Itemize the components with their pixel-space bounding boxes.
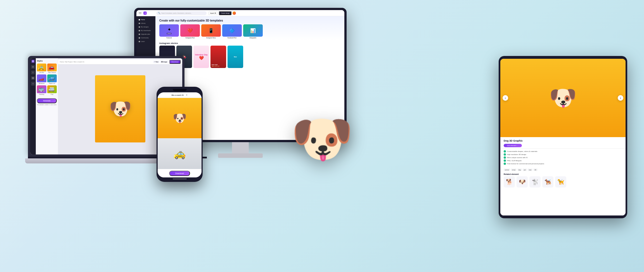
tablet-character-emoji: 🐶 <box>549 85 577 111</box>
feature-text-1: Customizable shapes, colors & materials <box>507 151 537 152</box>
nav-item-library[interactable]: Library <box>138 22 154 25</box>
phone-close-icon[interactable]: ✕ <box>186 94 188 96</box>
svg-point-1 <box>32 66 34 68</box>
logo-area: ✦ pixcap <box>139 11 155 15</box>
template-card-facebook[interactable]: 🔷 Facebook Post <box>222 24 242 39</box>
feature-text-4: PNG, GLB filetypes <box>507 160 522 161</box>
phone-content: Mix-n-match 01 ✕ 🐶 🚕 Download <box>158 92 202 177</box>
related-item-3[interactable]: 🐩 <box>529 176 541 187</box>
generate-button[interactable]: Generate <box>37 98 57 103</box>
style-thumb-clay: 🚐 <box>47 85 57 93</box>
download-button[interactable]: Download <box>169 60 181 64</box>
editor-sidebar-text[interactable]: T <box>31 71 35 74</box>
nav-item-community[interactable]: Community <box>138 36 154 39</box>
styles-panel-title: Styles <box>37 60 57 62</box>
logo-text: pixcap <box>148 12 155 14</box>
nav-item-my-downloads[interactable]: My downloads <box>138 29 154 32</box>
search-bar[interactable]: 🔍 Search templates, packs, illustrations… <box>156 11 207 15</box>
text-mode-button[interactable]: ⊤ Text <box>153 61 159 63</box>
phone-toolbar: Mix-n-match 01 ✕ <box>158 92 202 98</box>
related-item-2[interactable]: 🐶 <box>517 176 528 187</box>
style-item-new-texture[interactable]: 🚗 New Texture <box>47 64 57 74</box>
style-label-painting: Painting <box>37 93 46 95</box>
tag-animal[interactable]: animal <box>504 168 510 171</box>
image-mode-button[interactable]: 🖼 Image <box>160 61 168 63</box>
style-thumb-lifelike: 🚕 <box>37 64 46 71</box>
template-card-instagram-post[interactable]: ❤️ Instagram Post <box>180 24 200 39</box>
style-item-lifelike[interactable]: 🚕 Life-like <box>37 64 46 74</box>
detail-header: Dog 3D Graphic Edit element → <box>500 137 626 149</box>
related-emoji-4: 🐕‍🦺 <box>544 179 551 185</box>
phone-title: Mix-n-match 01 <box>172 94 184 96</box>
related-item-5[interactable]: 🦮 <box>555 176 566 187</box>
editor-sidebar-elements[interactable] <box>31 65 35 69</box>
instagram-post-label: Instagram Post <box>180 37 200 39</box>
tablet-nav-next[interactable]: › <box>618 95 623 101</box>
tag-3d[interactable]: 3D <box>533 168 537 171</box>
featured-card-img: ✦ pixcap <box>159 24 179 37</box>
tag-pet[interactable]: pet <box>523 168 527 171</box>
related-emoji-5: 🦮 <box>557 179 564 185</box>
nav-item-upgrade[interactable]: Upgrade plan <box>138 32 154 36</box>
create-design-button[interactable]: Create design <box>219 11 231 15</box>
style-item-clay[interactable]: 🚐 Clay <box>47 85 57 95</box>
nav-item-learn[interactable]: Learn <box>138 40 154 43</box>
nav-item-my-designs[interactable]: My designs <box>138 25 154 29</box>
instagram-post-icon: ❤️ <box>187 28 193 33</box>
story-4-content: NEW YEAR SALE 14% OFF <box>210 46 226 68</box>
featured-decoration: ✦ pixcap <box>159 24 179 37</box>
style-thumb-painting: 🚌 <box>37 85 46 93</box>
template-card-infographic[interactable]: 📊 Infographic <box>243 24 263 39</box>
edit-element-button[interactable]: Edit element → <box>504 144 522 147</box>
canvas-character-emoji: 🐶 <box>109 98 132 119</box>
editor-sidebar-ai[interactable]: AI <box>31 82 35 86</box>
style-label-lifelike: Life-like <box>37 71 46 74</box>
editor-sidebar-templates[interactable] <box>31 59 35 63</box>
style-label-new-texture: New Texture <box>47 71 57 74</box>
tag-emoji[interactable]: emoji <box>511 168 517 171</box>
feature-item-2: ✓ High resolution 3D design <box>504 153 622 156</box>
nav-dot-community <box>139 37 140 39</box>
menu-lines[interactable] <box>139 12 141 14</box>
template-card-instagram-story[interactable]: 📱 Instagram Story <box>201 24 221 39</box>
phone: Mix-n-match 01 ✕ 🐶 🚕 Download <box>157 87 203 182</box>
featured-badge: pixcap <box>167 33 171 34</box>
template-card-featured[interactable]: ✦ pixcap Featured <box>159 24 179 39</box>
related-item-1[interactable]: 🐕 <box>504 176 515 187</box>
story-card-5[interactable]: New <box>228 46 243 68</box>
editor-toolbar: Home / My Project / Mix-n-match 01 ⊤ Tex… <box>58 59 182 64</box>
nav-item-home[interactable]: Home <box>138 18 154 21</box>
phone-download-button[interactable]: Download <box>169 171 190 176</box>
feature-check-5: ✓ <box>504 163 506 165</box>
tablet-nav-prev[interactable]: ‹ <box>503 95 508 101</box>
feature-item-3: ✓ More unique scenes with AI <box>504 156 622 159</box>
template-cards-row: ✦ pixcap Featured ❤️ <box>159 24 340 39</box>
tag-new[interactable]: new <box>528 168 532 171</box>
related-item-4[interactable]: 🐕‍🦺 <box>542 176 553 187</box>
stories-section-title: Instagram stories <box>155 40 344 46</box>
tablet: 🐶 ‹ › Dog 3D Graphic Edit element → ✓ Cu… <box>499 56 627 218</box>
editor-sidebar-layers[interactable] <box>31 76 35 80</box>
detail-features: ✓ Customizable shapes, colors & material… <box>500 149 626 167</box>
style-item-painting[interactable]: 🚌 Painting <box>37 85 46 95</box>
styles-panel: Styles 🚕 Life-like 🚗 New Tex <box>36 58 58 154</box>
user-avatar[interactable] <box>233 11 236 15</box>
story-card-4[interactable]: NEW YEAR SALE 14% OFF <box>210 46 226 68</box>
instagram-story-label: Instagram Story <box>201 37 221 39</box>
svg-rect-0 <box>32 60 34 62</box>
nav-dot-designs <box>139 26 140 28</box>
feature-text-5: Free license for commercial and personal… <box>507 163 544 165</box>
style-item-miniature[interactable]: 🏎️ Miniature <box>37 74 46 85</box>
related-emoji-2: 🐶 <box>519 179 526 185</box>
feature-check-1: ✓ <box>504 150 506 153</box>
phone-canvas: 🐶 <box>158 98 202 138</box>
infographic-decoration: 📊 <box>243 24 263 37</box>
tablet-main-area: 🐶 ‹ › <box>500 59 626 137</box>
facebook-img: 🔷 <box>222 24 242 37</box>
tag-dog[interactable]: dog <box>517 168 522 171</box>
import-3d-button[interactable]: Import 3D <box>208 11 218 15</box>
monitor-base <box>218 153 263 158</box>
canvas-design[interactable]: 🐶 <box>95 75 145 142</box>
monitor-neck <box>232 142 249 153</box>
style-item-paper-cut[interactable]: 🚙 Paper-cut <box>47 74 57 85</box>
